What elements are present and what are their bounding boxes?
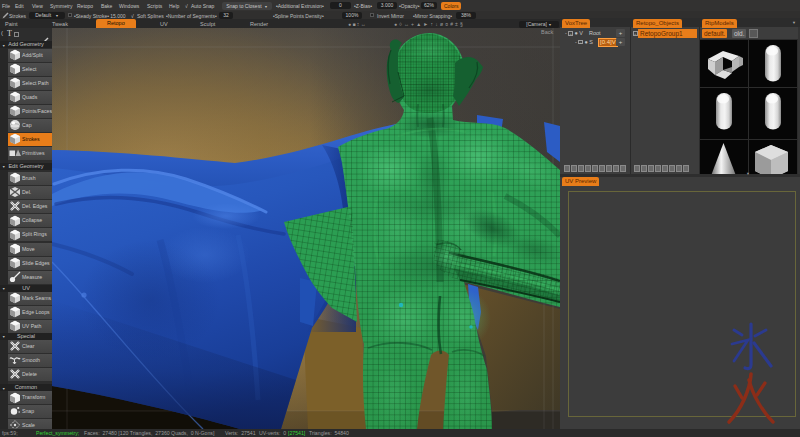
svg-text:Back: Back (541, 29, 553, 35)
